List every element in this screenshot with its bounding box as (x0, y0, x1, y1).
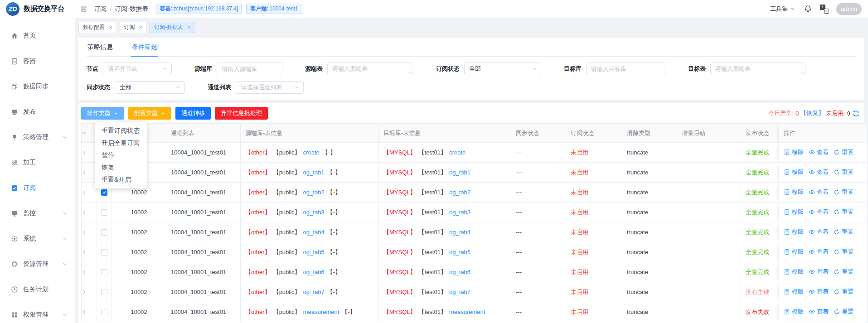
chevron-right-icon[interactable] (82, 230, 97, 235)
row-checkbox[interactable] (101, 269, 107, 275)
doc-action[interactable]: 模版 (784, 208, 804, 216)
target-table-link[interactable]: measurement (449, 309, 485, 315)
reset-action[interactable]: 重置 (834, 188, 853, 196)
row-checkbox[interactable] (101, 189, 107, 196)
target-table-link[interactable]: og_tab1 (449, 169, 470, 176)
resize-handle-icon[interactable] (800, 70, 804, 74)
sidebar-item-data-sync[interactable]: 数据同步 (0, 77, 75, 96)
target-table-link[interactable]: og_tab6 (449, 269, 470, 275)
filter-tab-strategy-info[interactable]: 策略信息 (87, 38, 114, 56)
sidebar-item-container[interactable]: 容器 (0, 52, 75, 70)
source-table-link[interactable]: measurement (303, 309, 339, 315)
sidebar-item-resource[interactable]: 资源管理 (0, 255, 75, 273)
source-table-link[interactable]: og_tab1 (303, 169, 325, 176)
doc-action[interactable]: 模版 (784, 288, 804, 296)
sidebar-item-system[interactable]: 系统 (0, 230, 75, 248)
chevron-right-icon[interactable] (82, 210, 97, 215)
reset-action[interactable]: 重置 (834, 308, 853, 316)
target-db-input[interactable] (586, 63, 665, 75)
sidebar-item-permission[interactable]: 权限管理 (0, 306, 75, 323)
expand-all-header[interactable] (82, 124, 97, 143)
reset-action[interactable]: 重置 (834, 268, 853, 276)
menu-item-0[interactable]: 重置订阅状态 (95, 125, 147, 137)
sidebar-item-monitor[interactable]: 监控 (0, 204, 75, 222)
row-checkbox[interactable] (101, 309, 107, 315)
close-icon[interactable]: × (187, 24, 191, 30)
doc-action[interactable]: 模版 (784, 308, 804, 316)
chevron-right-icon[interactable] (82, 289, 97, 295)
target-table-textarea[interactable]: 请输入源端表 (710, 63, 805, 75)
close-icon[interactable]: × (109, 24, 112, 30)
source-table-link[interactable]: og_tab4 (303, 229, 325, 236)
source-table-link[interactable]: og_tab6 (303, 269, 325, 275)
nav-tab-subscribe-datatable[interactable]: 订阅-数据表 × (150, 22, 195, 33)
refresh-icon[interactable] (852, 110, 860, 117)
eye-action[interactable]: 查看 (809, 148, 829, 156)
nav-tab-data-config[interactable]: 数据配置 × (78, 22, 117, 33)
source-db-input[interactable] (217, 63, 282, 75)
chevron-right-icon[interactable] (82, 150, 97, 155)
chevron-right-icon[interactable] (82, 270, 97, 275)
source-table-link[interactable]: og_tab5 (303, 249, 325, 256)
channel-transfer-button[interactable]: 通道转移 (175, 107, 211, 120)
chevron-right-icon[interactable] (82, 309, 97, 315)
bell-icon[interactable] (804, 5, 812, 13)
translate-icon[interactable]: 中 a (820, 5, 829, 14)
chevron-right-icon[interactable] (82, 170, 97, 175)
menu-item-1[interactable]: 开启全量订阅 (95, 137, 147, 149)
source-table-link[interactable]: og_tab3 (303, 209, 325, 216)
target-table-link[interactable]: create (449, 149, 466, 156)
eye-action[interactable]: 查看 (809, 188, 829, 196)
sidebar-item-strategy[interactable]: 策略管理 (0, 128, 75, 146)
chevron-right-icon[interactable] (82, 250, 97, 255)
doc-action[interactable]: 模版 (784, 228, 804, 236)
status-segment-2[interactable]: 【恢复】 (800, 109, 824, 117)
row-checkbox[interactable] (101, 229, 107, 236)
sync-status-select[interactable]: 全部 (115, 81, 185, 94)
doc-action[interactable]: 模版 (784, 168, 804, 176)
eye-action[interactable]: 查看 (809, 288, 829, 296)
eye-action[interactable]: 查看 (809, 168, 829, 176)
sub-status-select[interactable]: 全部 (464, 63, 541, 75)
doc-action[interactable]: 模版 (784, 248, 804, 256)
reset-action[interactable]: 重置 (834, 288, 853, 296)
source-table-link[interactable]: create (303, 149, 320, 156)
resize-handle-icon[interactable] (408, 70, 412, 74)
sidebar-item-schedule[interactable]: 任务计划 (0, 280, 75, 299)
error-batch-button[interactable]: 异常信息批处理 (215, 107, 268, 120)
row-checkbox[interactable] (101, 289, 107, 295)
toolset-dropdown[interactable]: 工具集 (770, 5, 795, 13)
menu-item-4[interactable]: 重置&开启 (95, 174, 147, 186)
eye-action[interactable]: 查看 (809, 228, 829, 236)
breadcrumb-section[interactable]: 订阅 (94, 5, 107, 13)
breadcrumb-page[interactable]: 订阅-数据表 (115, 5, 149, 13)
eye-action[interactable]: 查看 (809, 268, 829, 276)
chevron-right-icon[interactable] (82, 190, 97, 195)
avatar[interactable]: admin (836, 3, 862, 15)
target-table-link[interactable]: og_tab2 (449, 189, 470, 196)
channel-list-select[interactable]: 请选择通道列表 (236, 81, 304, 94)
eye-action[interactable]: 查看 (809, 308, 829, 316)
row-checkbox[interactable] (101, 249, 107, 256)
node-select[interactable]: 请选择节点 (103, 63, 172, 75)
menu-collapse-icon[interactable] (80, 5, 87, 13)
source-table-textarea[interactable]: 请输入源端表 (327, 63, 413, 75)
sidebar-item-publish[interactable]: 发布 (0, 103, 75, 121)
reset-action[interactable]: 重置 (834, 168, 853, 176)
filter-tab-condition-filter[interactable]: 条件筛选 (131, 38, 158, 56)
source-table-link[interactable]: og_tab2 (303, 189, 325, 196)
doc-action[interactable]: 模版 (784, 188, 804, 196)
sidebar-item-process[interactable]: 加工 (0, 154, 75, 172)
eye-action[interactable]: 查看 (809, 248, 829, 256)
source-table-link[interactable]: og_tab7 (303, 289, 325, 295)
row-checkbox[interactable] (101, 209, 107, 216)
nav-tab-subscribe[interactable]: 订阅 × (120, 22, 147, 33)
eye-action[interactable]: 查看 (809, 208, 829, 216)
close-icon[interactable]: × (139, 24, 143, 30)
menu-item-3[interactable]: 恢复 (95, 161, 147, 174)
menu-item-2[interactable]: 暂停 (95, 149, 147, 161)
reset-action[interactable]: 重置 (834, 248, 853, 256)
sidebar-item-home[interactable]: 首页 (0, 27, 75, 45)
operation-type-button[interactable]: 操作类型 (81, 107, 124, 120)
reset-action[interactable]: 重置 (834, 148, 853, 156)
